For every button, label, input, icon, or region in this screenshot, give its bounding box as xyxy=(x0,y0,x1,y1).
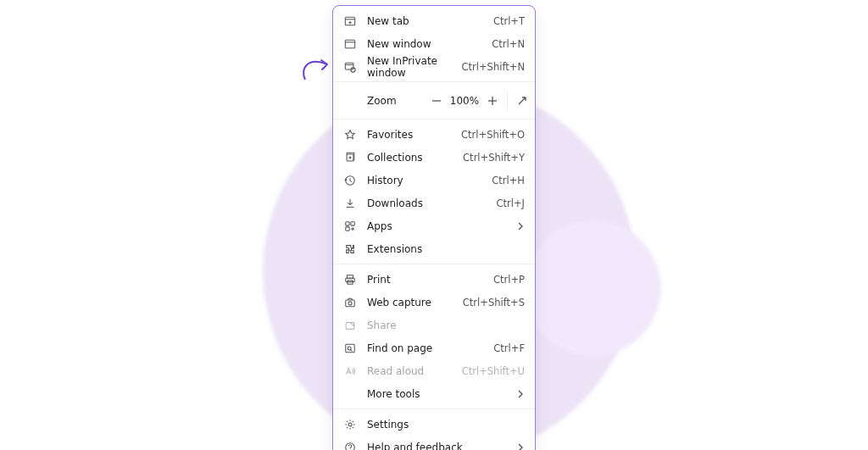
shortcut-label: Ctrl+Shift+S xyxy=(463,297,525,308)
read-aloud-icon xyxy=(343,364,357,378)
help-icon xyxy=(343,441,357,451)
menu-item-new-inprivate[interactable]: New InPrivate window Ctrl+Shift+N xyxy=(333,55,535,78)
menu-item-label: Read aloud xyxy=(367,365,462,377)
menu-item-settings[interactable]: Settings xyxy=(333,413,535,436)
menu-item-label: Collections xyxy=(367,152,463,164)
blank-icon xyxy=(343,387,357,401)
zoom-in-button[interactable] xyxy=(480,86,505,115)
menu-item-history[interactable]: History Ctrl+H xyxy=(333,169,535,192)
chevron-right-icon xyxy=(516,390,525,398)
inprivate-icon xyxy=(343,60,357,74)
menu-item-label: Print xyxy=(367,274,493,286)
separator xyxy=(333,264,535,264)
menu-item-find[interactable]: Find on page Ctrl+F xyxy=(333,336,535,359)
menu-item-label: New InPrivate window xyxy=(367,55,462,79)
shortcut-label: Ctrl+P xyxy=(493,274,525,286)
menu-item-downloads[interactable]: Downloads Ctrl+J xyxy=(333,192,535,214)
menu-item-share: Share xyxy=(333,314,535,336)
menu-item-label: Extensions xyxy=(367,243,525,255)
svg-point-29 xyxy=(348,346,351,349)
share-icon xyxy=(343,319,357,332)
web-capture-icon xyxy=(343,296,357,309)
menu-item-label: New tab xyxy=(367,15,493,27)
menu-item-read-aloud: Read aloud Ctrl+Shift+U xyxy=(333,359,535,382)
shortcut-label: Ctrl+Shift+N xyxy=(462,61,525,73)
svg-rect-4 xyxy=(345,40,354,48)
menu-item-label: More tools xyxy=(367,388,516,400)
menu-item-label: Favorites xyxy=(367,129,461,141)
svg-point-32 xyxy=(346,442,355,450)
menu-item-zoom: Zoom 100% xyxy=(333,86,535,115)
menu-item-web-capture[interactable]: Web capture Ctrl+Shift+S xyxy=(333,291,535,314)
menu-item-label: New window xyxy=(367,38,492,50)
shortcut-label: Ctrl+Shift+U xyxy=(462,365,525,377)
menu-item-extensions[interactable]: Extensions xyxy=(333,237,535,260)
shortcut-label: Ctrl+H xyxy=(492,175,525,186)
shortcut-label: Ctrl+Shift+Y xyxy=(463,152,525,164)
svg-rect-25 xyxy=(346,299,355,306)
menu-item-new-window[interactable]: New window Ctrl+N xyxy=(333,32,535,55)
find-icon xyxy=(343,342,357,355)
menu-item-label: Share xyxy=(367,319,525,331)
background-blob xyxy=(526,220,661,356)
shortcut-label: Ctrl+Shift+O xyxy=(461,129,525,141)
menu-item-apps[interactable]: Apps xyxy=(333,214,535,237)
svg-line-30 xyxy=(351,349,353,351)
favorites-icon xyxy=(343,128,357,142)
separator xyxy=(333,408,535,409)
chevron-right-icon xyxy=(516,443,525,451)
separator xyxy=(507,91,508,111)
menu-item-label: Zoom xyxy=(367,95,424,107)
extensions-icon xyxy=(343,242,357,256)
shortcut-label: Ctrl+N xyxy=(492,38,525,50)
new-tab-icon xyxy=(343,14,357,28)
svg-point-31 xyxy=(348,422,352,425)
shortcut-label: Ctrl+J xyxy=(497,197,526,209)
browser-overflow-menu: New tab Ctrl+T New window Ctrl+N New InP… xyxy=(332,5,536,450)
menu-item-label: Settings xyxy=(367,419,525,431)
fullscreen-button[interactable] xyxy=(509,86,535,115)
apps-icon xyxy=(343,219,357,233)
menu-item-label: Apps xyxy=(367,220,516,232)
svg-rect-28 xyxy=(346,344,355,353)
settings-icon xyxy=(343,418,357,431)
zoom-controls: 100% xyxy=(424,86,535,115)
menu-item-collections[interactable]: Collections Ctrl+Shift+Y xyxy=(333,146,535,169)
collections-icon xyxy=(343,151,357,164)
menu-item-label: Web capture xyxy=(367,297,463,308)
svg-rect-19 xyxy=(346,226,349,230)
menu-item-label: Downloads xyxy=(367,197,497,209)
separator xyxy=(333,119,535,119)
menu-item-label: Find on page xyxy=(367,342,493,354)
menu-item-favorites[interactable]: Favorites Ctrl+Shift+O xyxy=(333,123,535,146)
new-window-icon xyxy=(343,37,357,51)
menu-item-help[interactable]: Help and feedback xyxy=(333,436,535,450)
menu-item-new-tab[interactable]: New tab Ctrl+T xyxy=(333,9,535,32)
annotation-arrow xyxy=(298,53,339,86)
history-icon xyxy=(343,174,357,187)
chevron-right-icon xyxy=(516,222,525,231)
downloads-icon xyxy=(343,197,357,210)
shortcut-label: Ctrl+F xyxy=(493,342,525,354)
zoom-value: 100% xyxy=(449,95,480,107)
svg-rect-18 xyxy=(351,221,354,225)
menu-item-label: Help and feedback xyxy=(367,442,516,451)
zoom-out-button[interactable] xyxy=(424,86,449,115)
separator xyxy=(333,81,535,82)
menu-item-label: History xyxy=(367,175,492,186)
menu-item-print[interactable]: Print Ctrl+P xyxy=(333,268,535,291)
svg-rect-6 xyxy=(345,63,353,69)
menu-item-more-tools[interactable]: More tools xyxy=(333,382,535,405)
svg-point-26 xyxy=(348,301,352,304)
shortcut-label: Ctrl+T xyxy=(493,15,525,27)
print-icon xyxy=(343,273,357,286)
svg-rect-17 xyxy=(346,221,349,225)
